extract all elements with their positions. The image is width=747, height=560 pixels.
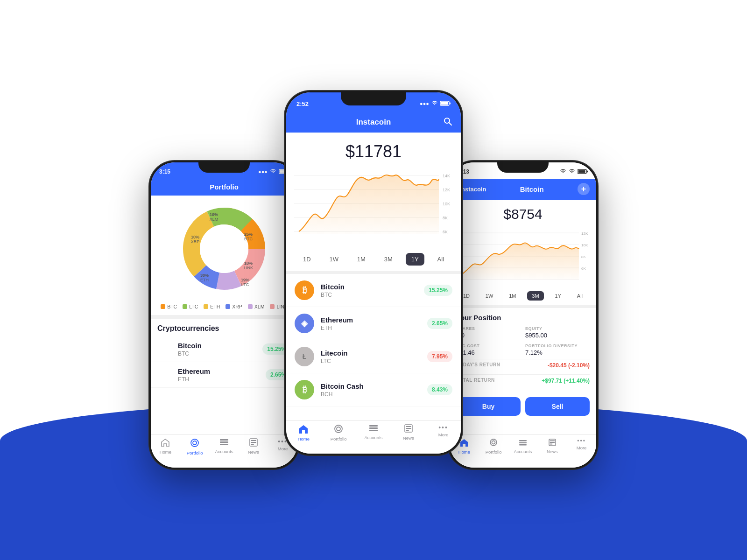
position-avgcost: AVG COST 171.46 — [456, 343, 521, 356]
portfolio-chart-section: 25% BTC 18% LINK 10% XLM 10% XRP 30% ETH… — [151, 196, 297, 300]
wifi-icon-left — [270, 169, 276, 175]
position-diversity: PORTFOLIO DIVERSITY 7.12% — [525, 343, 590, 356]
svg-text:ETH: ETH — [200, 278, 209, 282]
svg-rect-24 — [220, 439, 228, 441]
eth-icon-center: ◈ — [295, 314, 314, 333]
more-icon-center: ••• — [438, 424, 448, 431]
signal-icon-center: ●●● — [420, 101, 429, 106]
eth-info-left: Ethereum ETH — [178, 367, 261, 383]
time-filters-right: 1D 1W 1M 3M 1Y All — [450, 287, 596, 308]
tab-portfolio-center[interactable]: Portfolio — [321, 424, 356, 441]
eth-name-left: Ethereum — [178, 367, 261, 375]
tab-news-label-left: News — [248, 449, 259, 455]
list-item-eth-center[interactable]: ◈ Ethereum ETH 2.65% — [286, 307, 461, 340]
tab-portfolio-left[interactable]: Portfolio — [180, 438, 210, 455]
accounts-icon-center — [369, 424, 378, 434]
nav-bar-right: ‹ Instacoin Bitcoin + — [450, 179, 596, 200]
svg-text:12K: 12K — [443, 188, 450, 192]
legend-label-xrp: XRP — [232, 304, 242, 309]
tab-portfolio-right[interactable]: Portfolio — [479, 438, 508, 455]
tab-news-right[interactable]: News — [537, 438, 567, 454]
filter-1w-center[interactable]: 1W — [324, 253, 344, 266]
legend-dot-ltc — [183, 304, 187, 309]
portfolio-icon-right — [489, 438, 498, 448]
svg-rect-30 — [251, 444, 254, 445]
svg-rect-75 — [550, 444, 552, 445]
portfolio-title: Portfolio — [210, 183, 239, 191]
filter-3m-center[interactable]: 3M — [379, 253, 398, 266]
notch-left — [198, 162, 250, 173]
small-chart-right: 12K 10K 8K 6K — [450, 226, 596, 287]
btc-symbol-center: BTC — [321, 292, 417, 298]
price-chart-center: 14K 12K 10K 8K 6K — [294, 166, 453, 241]
list-item-ltc-center[interactable]: Ł Litecoin LTC 7.95% — [286, 340, 461, 373]
svg-point-23 — [193, 441, 197, 445]
bch-name-center: Bitcoin Cash — [321, 382, 421, 390]
tab-home-left[interactable]: Home — [151, 438, 180, 455]
svg-point-68 — [492, 441, 495, 444]
svg-rect-56 — [578, 170, 585, 173]
time-filters-center: 1D 1W 1M 3M 1Y All — [286, 248, 461, 274]
bch-symbol-center: BCH — [321, 391, 421, 398]
phone-left: 3:15 ●●● Portfolio — [149, 161, 299, 469]
avgcost-value: 171.46 — [456, 349, 521, 356]
list-item-btc-center[interactable]: ₿ Bitcoin BTC 15.25% — [286, 274, 461, 307]
tab-more-center[interactable]: ••• More — [426, 424, 461, 437]
tab-more-right[interactable]: ••• More — [567, 438, 596, 450]
tab-news-center[interactable]: News — [391, 424, 426, 441]
ltc-badge-center: 7.95% — [427, 351, 452, 362]
home-icon-center — [298, 424, 309, 435]
legend-label-eth: ETH — [210, 304, 220, 309]
news-icon-center — [404, 424, 413, 434]
filter-1w-right[interactable]: 1W — [481, 291, 498, 301]
btc-info-left: Bitcoin BTC — [178, 342, 258, 357]
list-item-btc-left[interactable]: ₿ Bitcoin BTC 15.25% — [151, 336, 297, 362]
tab-portfolio-label-center: Portfolio — [331, 436, 347, 441]
sell-button[interactable]: Sell — [525, 397, 590, 416]
filter-3m-right[interactable]: 3M — [527, 291, 543, 301]
tab-accounts-center[interactable]: Accounts — [356, 424, 391, 440]
status-icons-center: ●●● — [420, 101, 451, 107]
plus-button[interactable]: + — [578, 183, 590, 195]
eth-name-center: Ethereum — [321, 316, 421, 324]
filter-all-center[interactable]: All — [432, 253, 450, 266]
svg-point-67 — [490, 439, 497, 446]
nav-bar-center: Instacoin — [286, 113, 461, 133]
list-item-eth-left[interactable]: ◈ Ethereum ETH 2.65% — [151, 362, 297, 388]
svg-rect-69 — [519, 440, 527, 441]
legend-dot-xrp — [226, 304, 230, 309]
filter-all-right[interactable]: All — [572, 291, 587, 301]
buy-button[interactable]: Buy — [456, 397, 521, 416]
eth-info-center: Ethereum ETH — [321, 316, 421, 331]
time-center: 2:52 — [296, 100, 309, 107]
equity-label: EQUITY — [525, 326, 590, 331]
tab-home-label-left: Home — [160, 449, 171, 455]
filter-1y-right[interactable]: 1Y — [550, 291, 565, 301]
filter-1d-center[interactable]: 1D — [297, 253, 317, 266]
btc-icon-left: ₿ — [157, 341, 173, 357]
wifi-icon-center — [431, 101, 438, 106]
legend-dot-xlm — [248, 304, 253, 309]
filter-1m-right[interactable]: 1M — [504, 291, 521, 301]
tab-news-left[interactable]: News — [239, 438, 268, 455]
detail-title: Bitcoin — [520, 185, 544, 193]
list-item-bch-center[interactable]: ₿ Bitcoin Cash BCH 8.43% — [286, 373, 461, 406]
svg-text:19%: 19% — [241, 278, 249, 282]
filter-1m-center[interactable]: 1M — [352, 253, 371, 266]
nav-bar-portfolio: Portfolio — [151, 179, 297, 196]
btc-symbol-left: BTC — [178, 350, 258, 357]
phones-wrapper: 3:15 ●●● Portfolio — [70, 91, 677, 469]
tab-bar-center: Home Portfolio Accounts — [286, 420, 461, 454]
bch-badge-center: 8.43% — [427, 384, 452, 395]
center-price: $11781 — [286, 133, 461, 166]
tab-accounts-right[interactable]: Accounts — [508, 438, 538, 454]
svg-text:XRP: XRP — [191, 239, 200, 244]
tab-home-center[interactable]: Home — [286, 424, 321, 441]
legend-xlm: XLM — [248, 304, 265, 309]
ltc-icon-center: Ł — [295, 347, 314, 366]
shares-label: SHARES — [456, 326, 521, 331]
crypto-list-center: ₿ Bitcoin BTC 15.25% ◈ Ethereum ETH — [286, 274, 461, 406]
tab-accounts-left[interactable]: Accounts — [210, 438, 239, 454]
search-icon-center[interactable] — [443, 117, 452, 128]
filter-1y-center[interactable]: 1Y — [406, 253, 424, 266]
